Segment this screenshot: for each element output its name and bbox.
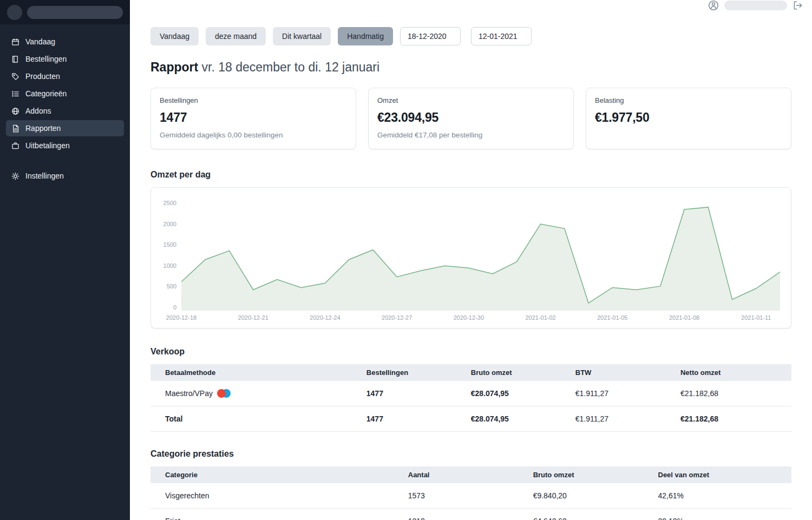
sidebar-item-label: Addons — [25, 107, 51, 115]
sidebar-item-rapporten[interactable]: Rapporten — [6, 120, 124, 136]
filter-dit-kwartaal-button[interactable]: Dit kwartaal — [273, 27, 331, 45]
revenue-chart-card: 25002000150010005000 2020-12-182020-12-2… — [150, 187, 791, 328]
column-header: Bruto omzet — [463, 364, 568, 381]
x-tick-label: 2020-12-24 — [310, 314, 340, 321]
y-axis-labels: 25002000150010005000 — [162, 200, 181, 311]
content: Vandaag deze maand Dit kwartaal Handmati… — [130, 11, 812, 520]
y-tick-label: 1000 — [163, 262, 176, 269]
column-header: Aantal — [401, 466, 526, 483]
verkoop-section: Verkoop Betaalmethode Bestellingen Bruto… — [150, 347, 791, 432]
sidebar-header — [0, 0, 130, 24]
app-root: { "sidebar": { "items": [ { "label": "Va… — [0, 0, 812, 520]
column-header: Deel van omzet — [651, 466, 792, 483]
plot-area — [181, 200, 780, 311]
cell-categorie: Friet — [150, 509, 401, 520]
user-icon — [708, 0, 719, 11]
cell-categorie: Visgerechten — [150, 483, 401, 509]
cell-bruto-omzet: €4.642,60 — [526, 509, 651, 520]
cell-bruto-omzet: €28.074,95 — [463, 381, 568, 406]
payment-method-label: Maestro/VPay — [165, 389, 213, 398]
list-icon — [11, 90, 19, 98]
table-row: Maestro/VPay 1477 €28.074,95 €1.911,27 €… — [150, 381, 791, 406]
y-tick-label: 0 — [173, 304, 176, 311]
total-btw: €1.911,27 — [568, 406, 673, 432]
tag-icon — [11, 73, 19, 81]
table-total-row: Total 1477 €28.074,95 €1.911,27 €21.182,… — [150, 406, 791, 432]
sidebar-item-label: Categorieën — [25, 89, 67, 98]
x-tick-label: 2020-12-27 — [382, 314, 412, 321]
brand-placeholder — [27, 6, 123, 19]
report-title-text: Rapport — [150, 60, 198, 74]
stat-card-omzet: Omzet €23.094,95 Gemiddeld €17,08 per be… — [368, 88, 574, 149]
x-tick-label: 2021-01-05 — [597, 314, 627, 321]
plot-column: 2020-12-182020-12-212020-12-242020-12-27… — [181, 200, 780, 324]
stat-subtext: Gemiddeld €17,08 per bestelling — [377, 131, 565, 140]
x-axis-labels: 2020-12-182020-12-212020-12-242020-12-27… — [181, 311, 780, 324]
filter-row: Vandaag deze maand Dit kwartaal Handmati… — [150, 27, 791, 45]
cell-bruto-omzet: €9.840,20 — [526, 483, 651, 509]
column-header: Categorie — [150, 466, 401, 483]
x-tick-label: 2020-12-18 — [166, 314, 197, 321]
y-tick-label: 2000 — [163, 221, 176, 227]
date-from-input[interactable] — [400, 27, 461, 45]
document-icon — [11, 124, 19, 133]
user-name-placeholder — [724, 1, 787, 10]
area-chart-svg — [181, 200, 780, 311]
total-netto-omzet: €21.182,68 — [673, 406, 791, 432]
sidebar: Vandaag Bestellingen Producten Categorie… — [0, 0, 130, 520]
table-row: Friet 1210 €4.642,60 20,10% — [150, 509, 791, 520]
gear-icon — [11, 172, 19, 180]
sidebar-item-label: Rapporten — [25, 124, 61, 133]
table-header-row: Categorie Aantal Bruto omzet Deel van om… — [150, 466, 791, 483]
y-tick-label: 2500 — [163, 200, 176, 206]
stat-subtext: Gemiddeld dagelijks 0,00 bestellingen — [160, 131, 347, 140]
report-date-range: vr. 18 december to di. 12 januari — [202, 60, 380, 74]
sidebar-item-vandaag[interactable]: Vandaag — [6, 34, 124, 50]
verkoop-table: Betaalmethode Bestellingen Bruto omzet B… — [150, 364, 791, 432]
category-section: Categorie prestaties Categorie Aantal Br… — [150, 449, 791, 520]
user-avatar-button[interactable] — [708, 0, 719, 11]
x-tick-label: 2021-01-02 — [525, 314, 555, 321]
total-label: Total — [150, 406, 359, 432]
column-header: Bestellingen — [359, 364, 463, 381]
app-logo — [7, 5, 22, 20]
sidebar-nav: Vandaag Bestellingen Producten Categorie… — [0, 24, 130, 184]
x-tick-label: 2020-12-21 — [238, 314, 269, 321]
cell-btw: €1.911,27 — [568, 381, 673, 406]
x-tick-label: 2021-01-08 — [669, 314, 699, 321]
cell-netto-omzet: €21.182,68 — [673, 381, 791, 406]
payment-method-cell: Maestro/VPay — [165, 389, 351, 398]
logout-button[interactable] — [793, 0, 803, 11]
sidebar-item-instellingen[interactable]: Instellingen — [6, 168, 124, 184]
sidebar-item-label: Instellingen — [25, 172, 64, 180]
sidebar-item-bestellingen[interactable]: Bestellingen — [6, 51, 124, 67]
table-row: Visgerechten 1573 €9.840,20 42,61% — [150, 483, 791, 509]
sidebar-item-label: Uitbetalingen — [25, 141, 70, 150]
stat-label: Omzet — [377, 96, 565, 104]
logout-icon — [793, 0, 803, 11]
maestro-icon — [217, 389, 231, 398]
sidebar-item-categorieen[interactable]: Categorieën — [6, 85, 124, 102]
sidebar-item-addons[interactable]: Addons — [6, 103, 124, 119]
column-header: Netto omzet — [673, 364, 791, 381]
cell-deel-van-omzet: 42,61% — [651, 483, 792, 509]
sidebar-item-producten[interactable]: Producten — [6, 68, 124, 84]
column-header: Bruto omzet — [526, 466, 651, 483]
total-bestellingen: 1477 — [359, 406, 463, 432]
stat-value: €1.977,50 — [595, 110, 782, 125]
revenue-chart: 25002000150010005000 2020-12-182020-12-2… — [162, 200, 780, 324]
page-title: Rapport vr. 18 december to di. 12 januar… — [150, 60, 791, 75]
sidebar-item-label: Bestellingen — [25, 55, 67, 63]
filter-handmatig-button[interactable]: Handmatig — [338, 27, 393, 45]
filter-vandaag-button[interactable]: Vandaag — [150, 27, 199, 45]
chart-area-fill — [181, 207, 780, 311]
nav-spacer — [6, 155, 124, 167]
category-title: Categorie prestaties — [150, 449, 791, 459]
globe-icon — [11, 107, 19, 115]
column-header: Betaalmethode — [150, 364, 359, 381]
date-to-input[interactable] — [471, 27, 532, 45]
filter-deze-maand-button[interactable]: deze maand — [206, 27, 266, 45]
sidebar-item-uitbetalingen[interactable]: Uitbetalingen — [6, 137, 124, 154]
cell-deel-van-omzet: 20,10% — [651, 509, 792, 520]
cell-aantal: 1573 — [401, 483, 526, 509]
